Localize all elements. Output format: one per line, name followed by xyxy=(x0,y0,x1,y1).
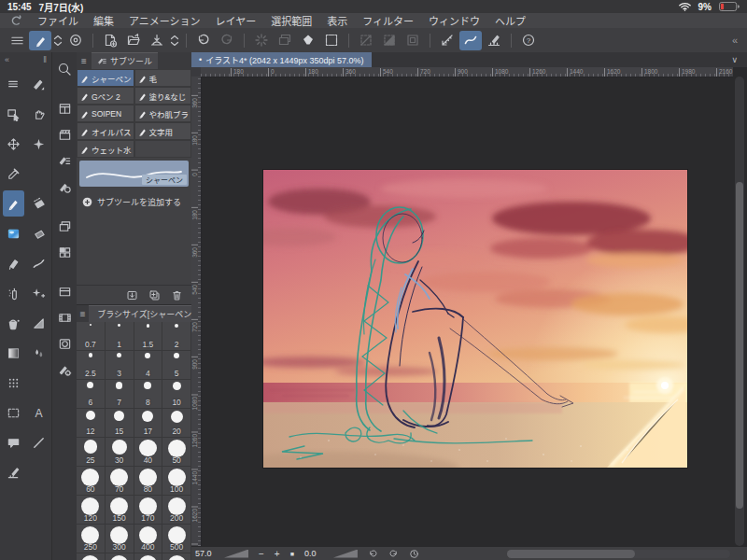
subtool-item[interactable]: シャーペン xyxy=(77,69,134,87)
tool-blend[interactable] xyxy=(28,340,49,366)
brush-size-cell[interactable]: 200 xyxy=(162,496,191,525)
command-bar-menu-button[interactable] xyxy=(6,31,28,50)
menu-item[interactable]: レイヤー xyxy=(216,13,257,28)
vertical-scrollbar-thumb[interactable] xyxy=(736,182,743,509)
vertical-scrollbar[interactable] xyxy=(735,77,744,546)
help-button[interactable]: ? xyxy=(517,31,540,50)
subtool-item[interactable]: 文字用 xyxy=(134,122,192,140)
subtool-item[interactable]: オイルパス xyxy=(77,122,134,140)
reset-view-icon[interactable] xyxy=(409,549,419,559)
brush-size-cell[interactable] xyxy=(162,553,191,560)
clear-button[interactable] xyxy=(250,31,273,50)
menu-item[interactable]: 編集 xyxy=(93,13,114,28)
tool-airbrush[interactable] xyxy=(3,280,24,306)
subtool-item[interactable]: SOIPEN xyxy=(77,105,134,122)
brush-size-cell[interactable]: 2.5 xyxy=(77,351,106,380)
tool-switch-chevrons[interactable] xyxy=(52,35,63,47)
tool-eraser-soft[interactable] xyxy=(28,220,49,246)
document-tab[interactable]: • イラスト4* (2042 x 1449px 350dpi 57.0%) xyxy=(191,52,372,67)
rotate-left-icon[interactable] xyxy=(368,549,378,559)
brush-size-cell[interactable]: 150 xyxy=(106,496,134,525)
brush-size-cell[interactable]: 100 xyxy=(162,467,191,496)
tool-balloon[interactable] xyxy=(3,429,24,455)
open-file-button[interactable] xyxy=(122,31,145,50)
tool-line[interactable] xyxy=(28,429,49,455)
brush-size-cell[interactable]: 500 xyxy=(162,525,191,553)
panel-window-button[interactable] xyxy=(54,97,76,119)
delete-layer-button[interactable] xyxy=(274,31,296,50)
toolstrip-collapse-button[interactable]: « xyxy=(5,55,9,64)
tool-decoration[interactable] xyxy=(28,280,49,306)
panel-layer-property-button[interactable] xyxy=(54,241,76,263)
canvas-document[interactable] xyxy=(263,170,687,468)
invert-selection-button[interactable] xyxy=(378,31,401,50)
clip-studio-button[interactable] xyxy=(64,31,87,50)
add-subtool-button[interactable]: サブツールを追加する xyxy=(77,189,191,216)
rotate-right-icon[interactable] xyxy=(388,549,399,559)
transform-button[interactable] xyxy=(320,31,343,50)
tool-fill-bucket[interactable] xyxy=(3,310,24,336)
subtool-panel-tab[interactable]: サブツール xyxy=(92,52,158,70)
fit-screen-button[interactable]: ■ xyxy=(290,550,294,558)
import-icon[interactable] xyxy=(126,289,138,301)
clip-studio-logo[interactable] xyxy=(9,14,22,27)
snap-special-ruler-button[interactable] xyxy=(459,31,482,50)
tool-gradient[interactable] xyxy=(3,340,24,366)
brush-size-cell[interactable]: 30 xyxy=(106,438,134,467)
deselect-button[interactable] xyxy=(355,31,377,50)
brush-size-cell[interactable]: 1.5 xyxy=(134,322,163,351)
brush-size-cell[interactable]: 10 xyxy=(162,380,191,409)
brush-size-cell[interactable]: 12 xyxy=(77,409,106,438)
tool-pattern[interactable] xyxy=(3,370,24,396)
tool-hand[interactable] xyxy=(28,101,49,127)
brush-size-cell[interactable]: 25 xyxy=(77,438,106,467)
menu-item[interactable]: ウィンドウ xyxy=(429,13,480,28)
panel-tool-settings-button[interactable] xyxy=(54,358,76,381)
snap-grid-button[interactable] xyxy=(483,31,505,50)
panel-animation-button[interactable] xyxy=(54,123,76,146)
menu-item[interactable]: 選択範囲 xyxy=(271,13,312,28)
brush-size-cell[interactable]: 0.7 xyxy=(77,322,106,351)
brush-size-cell[interactable]: 3 xyxy=(106,351,134,380)
zoom-in-button[interactable]: + xyxy=(275,550,280,558)
brush-size-cell[interactable]: 1 xyxy=(106,322,134,351)
brush-size-panel-tab[interactable]: ブラシサイズ[シャーペン] xyxy=(89,305,191,323)
snap-ruler-button[interactable] xyxy=(436,31,458,50)
brush-size-cell[interactable]: 17 xyxy=(134,409,163,438)
tab-list-chevron-icon[interactable]: ∨ xyxy=(731,55,747,64)
brush-size-cell[interactable]: 6 xyxy=(77,380,106,409)
brush-size-cell[interactable]: 2 xyxy=(162,322,191,351)
duplicate-icon[interactable] xyxy=(148,289,161,301)
brush-size-cell[interactable]: 40 xyxy=(134,438,163,467)
brush-size-cell[interactable]: 170 xyxy=(134,496,163,525)
panel-material-button[interactable] xyxy=(54,332,76,355)
tool-move[interactable] xyxy=(3,131,24,157)
panel-layers-button[interactable] xyxy=(54,215,76,237)
menu-item[interactable]: ファイル xyxy=(37,13,78,28)
brush-size-cell[interactable] xyxy=(134,553,163,560)
rotation-slider[interactable] xyxy=(333,550,358,558)
brush-size-cell[interactable]: 5 xyxy=(162,351,191,380)
panel-subtool-button[interactable] xyxy=(54,149,76,172)
panel-navigator-button[interactable] xyxy=(54,58,76,80)
brush-size-cell[interactable] xyxy=(77,553,106,560)
horizontal-scrollbar-thumb[interactable] xyxy=(507,550,635,558)
subtool-item[interactable]: やわ肌ブラ xyxy=(134,105,192,122)
tool-menu-button[interactable] xyxy=(3,71,24,97)
fill-button[interactable] xyxy=(297,31,319,50)
tool-color-mixer[interactable] xyxy=(3,220,24,246)
panel-tool-property-button[interactable] xyxy=(54,175,76,198)
rotation-value[interactable]: 0.0 xyxy=(304,549,323,558)
brush-size-cell[interactable]: 20 xyxy=(162,409,191,438)
tool-contour[interactable] xyxy=(28,310,49,336)
trash-icon[interactable] xyxy=(171,289,183,301)
zoom-slider[interactable] xyxy=(224,550,248,558)
brush-size-cell[interactable]: 70 xyxy=(106,467,134,496)
redo-button[interactable] xyxy=(216,31,238,50)
brush-stroke-preview[interactable]: シャーペン xyxy=(79,161,189,187)
brush-size-cell[interactable]: 400 xyxy=(134,525,163,553)
save-button[interactable] xyxy=(146,31,168,50)
undo-button[interactable] xyxy=(192,31,215,50)
menu-item[interactable]: 表示 xyxy=(327,13,347,28)
subtool-item[interactable]: Gペン 2 xyxy=(77,87,134,105)
